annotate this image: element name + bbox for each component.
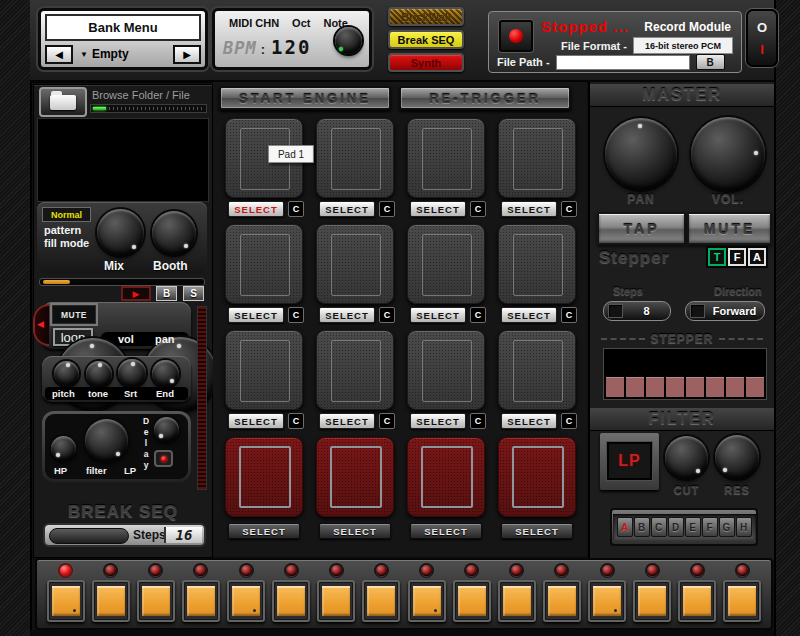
select-button[interactable]: SELECT: [319, 413, 375, 429]
c-button[interactable]: C: [561, 201, 577, 217]
record-button[interactable]: [499, 20, 533, 52]
b-button[interactable]: B: [156, 286, 177, 301]
filter-knob[interactable]: [85, 419, 128, 462]
drum-pad[interactable]: [225, 330, 303, 410]
drum-pad[interactable]: [407, 330, 485, 410]
select-button[interactable]: SELECT: [228, 413, 284, 429]
trigger-pad[interactable]: [137, 580, 175, 622]
c-button[interactable]: C: [288, 413, 304, 429]
play-button[interactable]: ▶: [121, 286, 151, 301]
trigger-pad[interactable]: [588, 580, 626, 622]
select-button[interactable]: SELECT: [501, 307, 557, 323]
drum-pad[interactable]: [316, 437, 394, 517]
bank-button-h[interactable]: H: [736, 517, 752, 537]
cut-knob[interactable]: [665, 436, 708, 479]
brickwall-button[interactable]: BrickWall: [388, 7, 464, 26]
drum-pad[interactable]: [316, 330, 394, 410]
bank-button-e[interactable]: E: [685, 517, 701, 537]
trigger-pad[interactable]: [362, 580, 400, 622]
trigger-pad[interactable]: [633, 580, 671, 622]
drum-pad[interactable]: [407, 437, 485, 517]
browse-folder-button[interactable]: [39, 87, 87, 117]
file-format-value[interactable]: 16-bit stereo PCM: [633, 37, 733, 54]
select-button[interactable]: SELECT: [410, 523, 482, 539]
trigger-pad[interactable]: [408, 580, 446, 622]
select-button[interactable]: SELECT: [319, 523, 391, 539]
toggle-t-button[interactable]: T: [708, 248, 726, 266]
retrigger-button[interactable]: RE-TRIGGER: [399, 86, 571, 110]
c-button[interactable]: C: [379, 201, 395, 217]
bank-button-b[interactable]: B: [634, 517, 650, 537]
trigger-pad[interactable]: [317, 580, 355, 622]
direction-button[interactable]: Forward: [685, 301, 765, 321]
trigger-pad[interactable]: [453, 580, 491, 622]
bank-menu-title[interactable]: Bank Menu: [45, 14, 201, 41]
c-button[interactable]: C: [561, 413, 577, 429]
trigger-pad[interactable]: [723, 580, 761, 622]
fill-mode-button[interactable]: Normal: [42, 207, 91, 222]
drum-pad[interactable]: [498, 330, 576, 410]
bank-button-a[interactable]: A: [617, 517, 633, 537]
select-button[interactable]: SELECT: [410, 201, 466, 217]
trigger-pad[interactable]: [543, 580, 581, 622]
c-button[interactable]: C: [561, 307, 577, 323]
drum-pad[interactable]: [498, 118, 576, 198]
drum-pad[interactable]: [498, 224, 576, 304]
c-button[interactable]: C: [379, 413, 395, 429]
trigger-pad[interactable]: [227, 580, 265, 622]
start-engine-button[interactable]: START ENGINE: [219, 86, 391, 110]
drum-pad[interactable]: Pad 1: [225, 118, 303, 198]
c-button[interactable]: C: [470, 307, 486, 323]
select-button[interactable]: SELECT: [410, 413, 466, 429]
master-vol-knob[interactable]: [691, 117, 765, 191]
drum-pad[interactable]: [225, 224, 303, 304]
select-button[interactable]: SELECT: [501, 413, 557, 429]
drum-pad[interactable]: [407, 118, 485, 198]
select-button[interactable]: SELECT: [410, 307, 466, 323]
drum-pad[interactable]: [316, 118, 394, 198]
hp-knob[interactable]: [51, 436, 76, 461]
master-mute-button[interactable]: MUTE: [687, 212, 772, 245]
drum-pad[interactable]: [407, 224, 485, 304]
trigger-pad[interactable]: [182, 580, 220, 622]
bpm-knob[interactable]: [335, 27, 362, 54]
mix-knob[interactable]: [97, 209, 144, 256]
c-button[interactable]: C: [470, 413, 486, 429]
toggle-a-button[interactable]: A: [748, 248, 766, 266]
steps-slider-handle[interactable]: [49, 528, 129, 544]
select-button[interactable]: SELECT: [501, 201, 557, 217]
stepper-steps-button[interactable]: 8: [603, 301, 671, 321]
drum-pad[interactable]: [316, 224, 394, 304]
c-button[interactable]: C: [379, 307, 395, 323]
file-path-input[interactable]: [556, 55, 690, 70]
select-button[interactable]: SELECT: [319, 307, 375, 323]
power-switch[interactable]: O I: [746, 9, 778, 67]
trigger-pad[interactable]: [498, 580, 536, 622]
bank-button-d[interactable]: D: [668, 517, 684, 537]
trigger-pad[interactable]: [47, 580, 85, 622]
delay-led-button[interactable]: [154, 450, 173, 467]
browse-slider[interactable]: [90, 104, 207, 113]
trigger-pad[interactable]: [272, 580, 310, 622]
select-button[interactable]: SELECT: [501, 523, 573, 539]
trigger-pad[interactable]: [678, 580, 716, 622]
select-button[interactable]: SELECT: [228, 201, 284, 217]
c-button[interactable]: C: [288, 307, 304, 323]
select-button[interactable]: SELECT: [319, 201, 375, 217]
browse-path-button[interactable]: B: [696, 54, 725, 70]
s-button[interactable]: S: [183, 286, 204, 301]
c-button[interactable]: C: [288, 201, 304, 217]
horizontal-slider[interactable]: [39, 278, 205, 286]
break-seq-button[interactable]: Break SEQ: [388, 30, 464, 49]
trigger-pad[interactable]: [92, 580, 130, 622]
delay-knob[interactable]: [154, 417, 179, 442]
toggle-f-button[interactable]: F: [728, 248, 746, 266]
slider-handle[interactable]: [43, 280, 70, 284]
drum-pad[interactable]: [225, 437, 303, 517]
pitch-knob[interactable]: [54, 361, 79, 386]
synth-button[interactable]: Synth: [388, 53, 464, 72]
srt-knob[interactable]: [118, 359, 146, 387]
bank-select[interactable]: ▼ Empty: [73, 47, 173, 61]
res-knob[interactable]: [715, 435, 759, 479]
tap-button[interactable]: TAP: [597, 212, 686, 245]
